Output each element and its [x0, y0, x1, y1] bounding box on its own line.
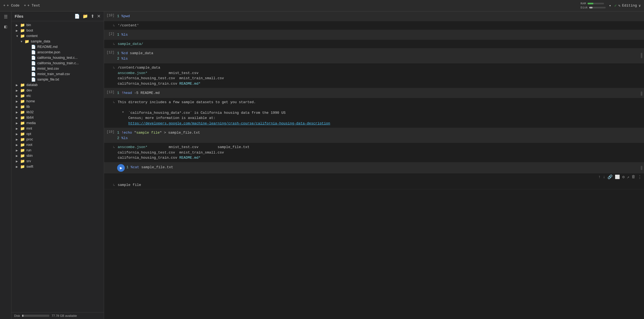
- sidebar-item-home[interactable]: ▶ 📁 home: [11, 99, 104, 104]
- sidebar-item-swift[interactable]: ▶ 📁 swift: [11, 164, 104, 169]
- folder-icon: 📁: [20, 148, 25, 152]
- cell-10-output-text: '/content': [118, 23, 644, 28]
- cell-2-label: [2]: [104, 32, 117, 36]
- cell-cat-input[interactable]: ▶ 1 %cat sample_file.txt: [104, 162, 644, 173]
- folder-icon: 📁: [20, 34, 25, 38]
- sidebar-item-sample-file[interactable]: ▶ 📄 sample_file.txt: [11, 77, 104, 82]
- cell-cat-label: [104, 164, 117, 165]
- sidebar-bottom: Disk 77.78 GB available: [11, 312, 104, 319]
- file-icon: 📄: [31, 56, 36, 60]
- new-folder-button[interactable]: 📁: [83, 14, 88, 19]
- disk-progress: [589, 7, 606, 8]
- cell-cat-code[interactable]: 1 %cat sample_file.txt: [126, 164, 644, 171]
- chevron-right-icon: ▶: [16, 122, 19, 125]
- sidebar-item-media[interactable]: ▶ 📁 media: [11, 120, 104, 126]
- disk-usage-fill: [22, 315, 23, 317]
- disk-usage-bar: [22, 315, 49, 317]
- folder-icon: 📁: [20, 164, 25, 169]
- add-code-button[interactable]: + + Code: [3, 4, 20, 8]
- cell-cat-output-text: sample file: [118, 182, 644, 188]
- chevron-right-icon: ▶: [16, 133, 19, 136]
- chevron-right-icon: ▶: [16, 100, 19, 103]
- sidebar-item-mnist-test[interactable]: ▶ 📄 mnist_test.csv: [11, 66, 104, 71]
- sidebar-item-opt[interactable]: ▶ 📁 opt: [11, 131, 104, 137]
- file-icon: 📄: [31, 45, 36, 49]
- cell-cat-output: ↳ sample file: [104, 181, 644, 189]
- sidebar-item-root[interactable]: ▶ 📁 root: [11, 142, 104, 148]
- cell-2-code[interactable]: 1 %ls: [117, 32, 644, 38]
- settings-icon[interactable]: ⚙: [622, 174, 625, 180]
- text-label: + Text: [27, 4, 40, 8]
- cell-19-output-text: anscombe.json* mnist_test.csv sample_fil…: [118, 145, 644, 161]
- sidebar-item-anscombe[interactable]: ▶ 📄 anscombe.json: [11, 50, 104, 55]
- left-nav: ☰ ◧: [0, 11, 11, 319]
- sidebar-item-dev[interactable]: ▶ 📁 dev: [11, 88, 104, 93]
- sidebar-toggle-icon[interactable]: ◧: [4, 24, 7, 29]
- cell-12-scrollbar[interactable]: [641, 53, 642, 58]
- sidebar-item-sbin[interactable]: ▶ 📁 sbin: [11, 153, 104, 158]
- cell-13-input[interactable]: [13] 1 !head -5 README.md: [104, 88, 644, 98]
- sidebar-item-mnist-train[interactable]: ▶ 📄 mnist_train_small.csv: [11, 71, 104, 77]
- folder-icon: 📁: [20, 143, 25, 147]
- editing-status[interactable]: ✓ ✎ Editing ∨: [614, 3, 641, 8]
- cell-19-code[interactable]: 1 !echo "sample file" > sample_file.txt …: [117, 130, 644, 141]
- sidebar-item-lib64[interactable]: ▶ 📁 lib64: [11, 115, 104, 120]
- move-up-icon[interactable]: ↑: [598, 175, 601, 179]
- sidebar-item-lib[interactable]: ▶ 📁 lib: [11, 104, 104, 109]
- cell-13-scrollbar[interactable]: [641, 91, 642, 96]
- sidebar-item-cal-test[interactable]: ▶ 📄 california_housing_test.c...: [11, 55, 104, 60]
- move-down-icon[interactable]: ↓: [603, 175, 605, 179]
- cell-12-code[interactable]: 1 %cd sample_data 2 %ls: [117, 50, 644, 62]
- cell-2-output: ↳ sample_data/: [104, 40, 644, 48]
- cell-13-code[interactable]: 1 !head -5 README.md: [117, 90, 644, 96]
- add-text-button[interactable]: + + Text: [24, 4, 40, 8]
- top-bar-right: RAM Disk ▾ ✓ ✎ Editing ∨: [581, 2, 641, 9]
- chevron-right-icon: ▶: [16, 24, 19, 27]
- more-options-icon[interactable]: ⋮: [638, 174, 642, 180]
- chevron-right-icon: ▶: [16, 89, 19, 92]
- sidebar-item-datalab[interactable]: ▶ 📁 datalab: [11, 82, 104, 88]
- cell-2-input[interactable]: [2] 1 %ls: [104, 30, 644, 40]
- external-link-icon[interactable]: ↗: [627, 174, 629, 180]
- sidebar-item-content[interactable]: ▼ 📁 content: [11, 33, 104, 39]
- cell-19-input[interactable]: [19] 1 !echo "sample file" > sample_file…: [104, 128, 644, 143]
- cell-2: [2] 1 %ls ↳ sample_data/: [104, 30, 644, 48]
- top-bar: + + Code + + Text RAM Disk ▾ ✓: [0, 0, 644, 11]
- cell-13-output: ↳ This directory includes a few sample d…: [104, 98, 644, 128]
- delete-icon[interactable]: 🗑: [631, 174, 636, 179]
- close-sidebar-button[interactable]: ✕: [97, 14, 101, 19]
- link-icon[interactable]: 🔗: [607, 174, 613, 180]
- cell-12-label: [12]: [104, 50, 117, 54]
- sidebar-item-srv[interactable]: ▶ 📁 srv: [11, 158, 104, 164]
- cell-12-input[interactable]: [12] 1 %cd sample_data 2 %ls: [104, 48, 644, 63]
- ram-disk-widget: RAM Disk: [581, 2, 606, 9]
- top-bar-left: + + Code + + Text: [3, 4, 581, 8]
- cell-toolbar: ↑ ↓ 🔗 ⬜ ⚙ ↗ 🗑 ⋮: [104, 173, 644, 181]
- run-cell-button[interactable]: ▶: [117, 164, 125, 172]
- sidebar-item-bin[interactable]: ▶ 📁 bin: [11, 22, 104, 28]
- new-file-button[interactable]: 📄: [74, 14, 80, 19]
- folder-icon: 📁: [20, 137, 25, 142]
- sidebar-item-readme[interactable]: ▶ 📄 README.md: [11, 44, 104, 50]
- main-layout: ☰ ◧ Files 📄 📁 ⬆ ✕ ▶ 📁 bin ▶: [0, 11, 644, 319]
- upload-button[interactable]: ⬆: [91, 14, 94, 19]
- sidebar-item-cal-train[interactable]: ▶ 📄 california_housing_train.c...: [11, 60, 104, 66]
- cell-10-output-icon: ↳: [104, 23, 118, 27]
- sidebar-item-sample-data[interactable]: ▼ 📁 sample_data: [11, 39, 104, 44]
- sidebar-item-proc[interactable]: ▶ 📁 proc: [11, 137, 104, 142]
- sidebar-item-boot[interactable]: ▶ 📁 boot: [11, 28, 104, 33]
- copy-icon[interactable]: ⬜: [615, 174, 620, 180]
- sidebar-item-lib32[interactable]: ▶ 📁 lib32: [11, 109, 104, 115]
- cell-19-label: [19]: [104, 130, 117, 134]
- cell-cat-scrollbar[interactable]: [641, 166, 642, 170]
- cell-10-input[interactable]: [10] 1 %pwd: [104, 11, 644, 21]
- cell-10-code[interactable]: 1 %pwd: [117, 13, 644, 20]
- sidebar-item-etc[interactable]: ▶ 📁 etc: [11, 93, 104, 99]
- sidebar-item-mnt[interactable]: ▶ 📁 mnt: [11, 126, 104, 131]
- ram-progress: [588, 3, 604, 4]
- hamburger-icon[interactable]: ☰: [4, 14, 8, 20]
- ram-disk-dropdown[interactable]: ▾: [609, 4, 611, 8]
- folder-icon: 📁: [20, 154, 25, 158]
- folder-icon: 📁: [20, 23, 25, 27]
- sidebar-item-run[interactable]: ▶ 📁 run: [11, 148, 104, 153]
